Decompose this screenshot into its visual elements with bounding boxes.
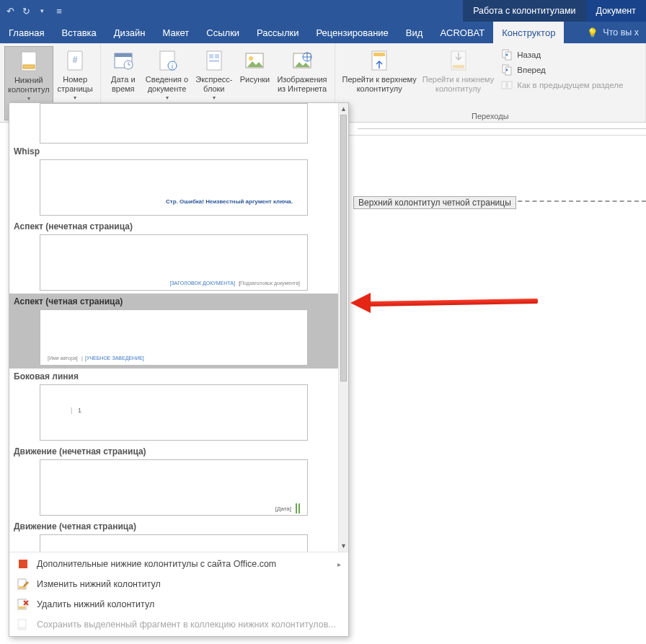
- scroll-up-icon[interactable]: ▲: [339, 103, 348, 115]
- more-footers-online-button[interactable]: Дополнительные нижние колонтитулы с сайт…: [9, 554, 348, 574]
- gallery-item-title: Whisp: [12, 144, 335, 159]
- svg-text:#: #: [73, 55, 78, 65]
- svg-point-15: [249, 56, 253, 61]
- online-pictures-icon: [291, 49, 314, 72]
- office-icon: [17, 557, 30, 570]
- chevron-right-icon: ▸: [337, 560, 341, 568]
- page-number-icon: #: [63, 49, 87, 72]
- svg-rect-26: [502, 81, 506, 89]
- doc-info-icon: i: [156, 49, 179, 72]
- gallery-item[interactable]: Боковая линия | 1: [9, 369, 338, 444]
- gallery-scrollbar[interactable]: ▲ ▼: [338, 103, 348, 552]
- remove-footer-button[interactable]: Удалить нижний колонтитул: [9, 594, 348, 614]
- picture-icon: [243, 49, 266, 72]
- tab-view[interactable]: Вид: [397, 22, 432, 43]
- link-previous-icon: [501, 79, 513, 91]
- tab-mailings[interactable]: Рассылки: [248, 22, 307, 43]
- gallery-item[interactable]: Аспект (нечетная страница) [ЗАГОЛОВОК ДО…: [9, 219, 338, 294]
- gallery-item-title: Боковая линия: [12, 369, 335, 384]
- header-region[interactable]: [358, 144, 646, 202]
- gallery-item[interactable]: Whisp Стр. Ошибка! Неизвестный аргумент …: [9, 103, 338, 219]
- tab-acrobat[interactable]: ACROBAT: [431, 22, 493, 43]
- svg-rect-12: [215, 54, 219, 58]
- gallery-list: Whisp Стр. Ошибка! Неизвестный аргумент …: [9, 103, 338, 552]
- tell-me[interactable]: 💡 Что вы х: [580, 22, 646, 43]
- gallery-preview: | 1: [40, 384, 308, 441]
- goto-footer-button: Перейти к нижнему колонтитулу: [420, 46, 497, 110]
- gallery-preview: [Дата]: [40, 534, 308, 552]
- svg-rect-30: [19, 586, 25, 588]
- gallery-item-title: Аспект (нечетная страница): [12, 219, 335, 234]
- save-selection-icon: [17, 618, 30, 631]
- footer-gallery-dropdown: Whisp Стр. Ошибка! Неизвестный аргумент …: [9, 102, 349, 637]
- svg-rect-23: [505, 52, 511, 60]
- edit-footer-icon: [17, 578, 30, 591]
- tab-review[interactable]: Рецензирование: [307, 22, 397, 43]
- tab-designer[interactable]: Конструктор: [493, 22, 564, 43]
- repeat-icon[interactable]: ↻: [20, 5, 32, 17]
- svg-text:i: i: [172, 63, 173, 70]
- svg-rect-11: [209, 54, 213, 58]
- ribbon-group-navigation: Перейти к верхнему колонтитулу Перейти к…: [335, 43, 646, 122]
- tab-home[interactable]: Главная: [0, 22, 53, 43]
- next-section-button[interactable]: Вперед: [500, 63, 624, 77]
- calendar-icon: [112, 49, 135, 72]
- svg-rect-5: [115, 53, 132, 57]
- svg-rect-19: [373, 53, 385, 56]
- svg-rect-27: [508, 81, 512, 89]
- remove-footer-icon: [17, 598, 30, 611]
- prev-icon: [501, 49, 513, 61]
- qat-dropdown-icon[interactable]: ▾: [36, 5, 48, 17]
- scrollbar-thumb[interactable]: [340, 115, 347, 381]
- lightbulb-icon: 💡: [587, 27, 598, 38]
- group-label-navigation: Переходы: [340, 110, 641, 120]
- quick-parts-icon: [203, 49, 226, 72]
- edit-footer-button[interactable]: Изменить нижний колонтитул: [9, 574, 348, 594]
- goto-footer-icon: [447, 49, 470, 72]
- header-region-label: Верхний колонтитул четной страницы: [353, 196, 516, 209]
- gallery-preview: [Имя автора] | [УЧЕБНОЕ ЗАВЕДЕНИЕ]: [40, 309, 308, 366]
- svg-rect-28: [19, 560, 27, 568]
- footer-icon: [17, 50, 40, 73]
- save-selection-button: Сохранить выделенный фрагмент в коллекци…: [9, 614, 348, 635]
- prev-section-button[interactable]: Назад: [500, 48, 624, 62]
- scroll-down-icon[interactable]: ▼: [339, 540, 348, 552]
- document-area: Верхний колонтитул четной страницы: [349, 123, 646, 644]
- quick-access-toolbar: ↶ ↻ ▾ ≡: [0, 5, 69, 17]
- svg-rect-13: [209, 60, 219, 62]
- svg-rect-32: [19, 606, 25, 609]
- gallery-item-title: Движение (нечетная страница): [12, 444, 335, 459]
- gallery-item-title: Аспект (четная страница): [12, 294, 335, 309]
- next-icon: [501, 64, 513, 76]
- title-bar: ↶ ↻ ▾ ≡ Работа с колонтитулами Документ: [0, 0, 646, 22]
- gallery-preview: [40, 103, 308, 144]
- svg-rect-1: [23, 65, 35, 69]
- tab-design[interactable]: Дизайн: [105, 22, 154, 43]
- gallery-footer: Дополнительные нижние колонтитулы с сайт…: [9, 552, 348, 636]
- window-title: Документ: [586, 0, 646, 22]
- tab-layout[interactable]: Макет: [154, 22, 198, 43]
- gallery-item-title: Движение (четная страница): [12, 519, 335, 534]
- gallery-preview: [Дата]: [40, 459, 308, 516]
- link-previous-button: Как в предыдущем разделе: [500, 78, 624, 92]
- undo-icon[interactable]: ↶: [4, 5, 16, 17]
- gallery-item[interactable]: Движение (четная страница) [Дата]: [9, 519, 338, 552]
- svg-rect-21: [453, 65, 464, 69]
- tab-references[interactable]: Ссылки: [198, 22, 248, 43]
- goto-header-icon: [368, 49, 391, 72]
- contextual-tab-header-tools: Работа с колонтитулами: [463, 0, 585, 22]
- gallery-preview: Стр. Ошибка! Неизвестный аргумент ключа.: [40, 159, 308, 216]
- gallery-item[interactable]: Движение (нечетная страница) [Дата]: [9, 444, 338, 519]
- gallery-preview: [ЗАГОЛОВОК ДОКУМЕНТА] | [Подзаголовок до…: [40, 234, 308, 291]
- horizontal-ruler[interactable]: [349, 123, 646, 136]
- tab-insert[interactable]: Вставка: [53, 22, 105, 43]
- gallery-item-selected[interactable]: Аспект (четная страница) [Имя автора] | …: [9, 294, 338, 369]
- svg-rect-34: [19, 627, 25, 629]
- ribbon-tabs: Главная Вставка Дизайн Макет Ссылки Расс…: [0, 22, 646, 43]
- goto-header-button[interactable]: Перейти к верхнему колонтитулу: [340, 46, 420, 110]
